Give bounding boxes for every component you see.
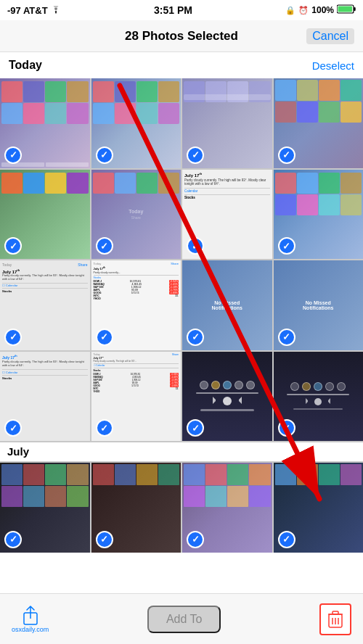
photo-cell[interactable] — [91, 463, 182, 553]
today-label: Today — [9, 59, 42, 72]
photo-cell[interactable]: July 17th Partly cloudy currently. The h… — [0, 352, 90, 442]
photo-cell[interactable] — [274, 463, 364, 553]
photo-cell[interactable]: Today Share — [91, 170, 182, 260]
status-right: 🔒 ⏰ 100% — [285, 4, 356, 16]
status-bar: -97 AT&T 3:51 PM 🔒 ⏰ 100% — [0, 0, 363, 20]
svg-rect-10 — [333, 611, 338, 614]
check-badge — [187, 531, 204, 548]
check-badge — [187, 329, 204, 346]
header: 28 Photos Selected Cancel — [0, 20, 363, 52]
photo-cell[interactable] — [182, 463, 272, 553]
photo-cell[interactable] — [91, 78, 182, 168]
photo-cell[interactable]: No MissedNotifications — [182, 260, 272, 350]
photo-cell[interactable] — [274, 170, 364, 260]
check-badge — [4, 146, 22, 164]
alarm-icon: ⏰ — [298, 6, 309, 15]
july-label: July — [7, 445, 29, 458]
check-badge — [187, 237, 204, 255]
check-badge — [278, 329, 295, 346]
svg-rect-2 — [354, 7, 356, 11]
check-badge — [96, 237, 113, 255]
share-label: osxdaily.com — [12, 626, 49, 633]
photo-grid: Today Share July 17th — [0, 78, 363, 553]
lock-icon: 🔒 — [285, 6, 295, 15]
delete-button[interactable] — [319, 603, 351, 635]
share-button[interactable]: osxdaily.com — [12, 606, 49, 633]
today-section-header: Today Deselect — [0, 52, 363, 78]
photo-cell[interactable]: No MissedNotifications — [274, 260, 364, 350]
photo-cell[interactable]: Today Share July 17th Partly cloudy curr… — [0, 260, 90, 350]
check-badge — [4, 237, 22, 255]
bottom-toolbar: osxdaily.com Add To — [0, 593, 363, 644]
check-badge — [278, 146, 295, 164]
check-badge — [96, 146, 113, 164]
wifi-icon — [51, 5, 61, 16]
photos-selected-title: 28 Photos Selected — [125, 29, 238, 44]
check-badge — [96, 329, 113, 346]
check-badge — [4, 329, 22, 346]
photo-cell[interactable] — [0, 170, 90, 260]
photo-cell[interactable]: July 17th Partly cloudy currently. The h… — [182, 170, 272, 260]
svg-rect-3 — [338, 7, 353, 12]
check-badge — [187, 146, 204, 164]
check-badge — [278, 531, 295, 548]
svg-point-0 — [55, 12, 57, 13]
check-badge — [4, 419, 22, 437]
check-badge — [278, 237, 295, 255]
check-badge — [187, 419, 204, 437]
status-time: 3:51 PM — [154, 4, 192, 16]
cancel-button[interactable]: Cancel — [306, 28, 354, 44]
status-left: -97 AT&T — [7, 5, 61, 16]
photo-cell[interactable]: TodayShare July 17th Partly cloudy curre… — [91, 352, 182, 442]
battery-percent: 100% — [311, 5, 334, 15]
photo-cell[interactable] — [274, 352, 364, 442]
july-section-header: July — [0, 442, 363, 461]
battery-icon — [337, 4, 356, 16]
photo-cell[interactable] — [274, 78, 364, 168]
photo-cell[interactable]: TodayShare July 17th Partly cloudy curre… — [91, 260, 182, 350]
check-badge — [96, 419, 113, 437]
add-to-button[interactable]: Add To — [147, 606, 221, 633]
photo-cell[interactable] — [182, 78, 272, 168]
photo-cell[interactable] — [0, 463, 90, 553]
photo-cell[interactable] — [182, 352, 272, 442]
share-icon — [20, 606, 41, 626]
carrier-label: -97 AT&T — [7, 5, 48, 16]
photo-grid-wrapper: Today Share July 17th — [0, 78, 363, 593]
check-badge — [96, 531, 113, 548]
check-badge — [278, 419, 295, 437]
check-badge — [4, 531, 22, 548]
deselect-button[interactable]: Deselect — [312, 59, 354, 72]
photo-cell[interactable] — [0, 78, 90, 168]
